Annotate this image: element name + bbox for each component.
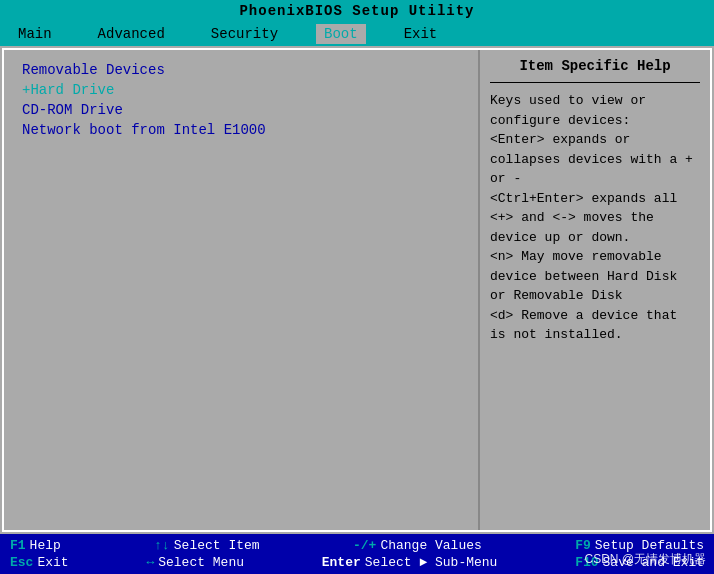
right-panel: Item Specific Help Keys used to view or …: [480, 50, 710, 530]
key-enter: Enter: [322, 555, 361, 570]
key-updown: ↑↓: [154, 538, 170, 553]
nav-advanced[interactable]: Advanced: [90, 24, 173, 44]
help-divider: [490, 82, 700, 83]
watermark: CSDN @无情发博机器: [584, 551, 706, 568]
boot-device-network[interactable]: Network boot from Intel E1000: [14, 120, 468, 140]
status-f1: F1 Help: [10, 538, 61, 553]
main-content: Removable Devices +Hard Drive CD-ROM Dri…: [2, 48, 712, 532]
left-panel: Removable Devices +Hard Drive CD-ROM Dri…: [4, 50, 480, 530]
status-leftright: ↔ Select Menu: [146, 555, 244, 570]
status-enter: Enter Select ► Sub-Menu: [322, 555, 498, 570]
key-plusminus: -/+: [353, 538, 376, 553]
label-select-menu: Select Menu: [158, 555, 244, 570]
nav-security[interactable]: Security: [203, 24, 286, 44]
nav-main[interactable]: Main: [10, 24, 60, 44]
key-f1: F1: [10, 538, 26, 553]
status-updown: ↑↓ Select Item: [154, 538, 259, 553]
help-title: Item Specific Help: [490, 58, 700, 74]
label-help: Help: [30, 538, 61, 553]
title-text: PhoenixBIOS Setup Utility: [239, 3, 474, 19]
boot-device-removable[interactable]: Removable Devices: [14, 60, 468, 80]
label-change-values: Change Values: [380, 538, 481, 553]
status-esc: Esc Exit: [10, 555, 69, 570]
title-bar: PhoenixBIOS Setup Utility: [0, 0, 714, 22]
label-select-submenu: Select ► Sub-Menu: [365, 555, 498, 570]
label-select-item: Select Item: [174, 538, 260, 553]
boot-device-cdrom[interactable]: CD-ROM Drive: [14, 100, 468, 120]
label-exit: Exit: [37, 555, 68, 570]
boot-device-harddrive[interactable]: +Hard Drive: [14, 80, 468, 100]
key-esc: Esc: [10, 555, 33, 570]
status-plusminus: -/+ Change Values: [353, 538, 482, 553]
help-text: Keys used to view or configure devices: …: [490, 91, 700, 345]
bios-screen: PhoenixBIOS Setup Utility Main Advanced …: [0, 0, 714, 574]
nav-bar: Main Advanced Security Boot Exit: [0, 22, 714, 46]
nav-boot[interactable]: Boot: [316, 24, 366, 44]
nav-exit[interactable]: Exit: [396, 24, 446, 44]
key-leftright: ↔: [146, 555, 154, 570]
